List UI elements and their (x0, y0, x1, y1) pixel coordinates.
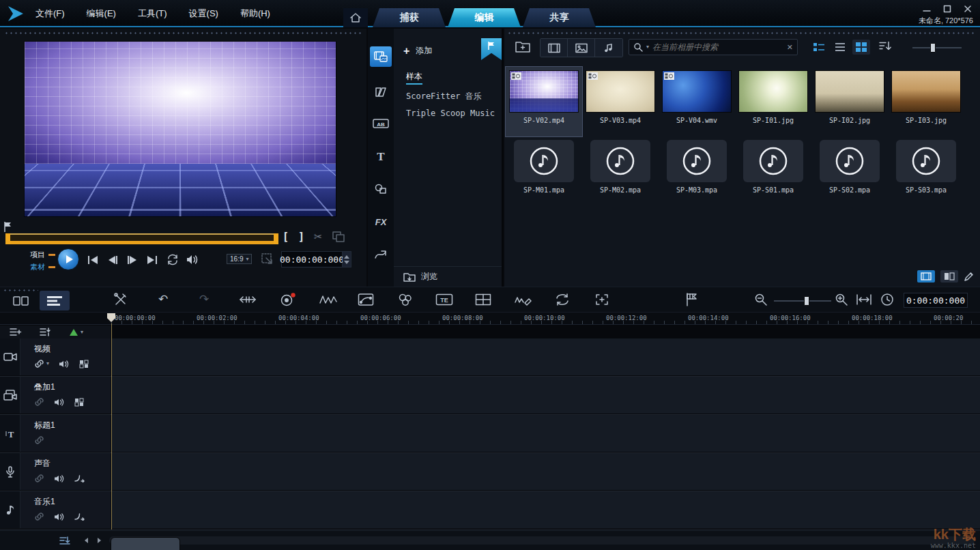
view-list-button[interactable] (831, 40, 849, 55)
audio-thumbnail[interactable] (820, 140, 880, 182)
timeline-horizontal-scrollbar[interactable] (109, 536, 975, 545)
scroll-right-button[interactable] (96, 537, 102, 544)
media-item[interactable]: SP-M02.mpa (582, 136, 659, 206)
nav-ab-transition-button[interactable]: AB (370, 113, 392, 134)
home-button[interactable] (343, 8, 368, 27)
insert-mode-button[interactable]: ▾ (70, 329, 83, 336)
minimize-button[interactable] (920, 3, 934, 14)
view-grid-button[interactable] (852, 40, 870, 55)
audio-thumbnail[interactable] (514, 140, 574, 182)
trim-handle-left[interactable] (5, 233, 10, 244)
go-to-start-button[interactable] (86, 255, 100, 265)
media-item[interactable]: SP-I01.jpg (735, 67, 811, 136)
timeline-ruler[interactable]: 00:00:00:00 00:00:02:00 00:00:04:00 00:0… (0, 313, 980, 325)
menu-settings[interactable]: 设置(S) (189, 8, 218, 20)
media-thumbnail[interactable] (586, 70, 655, 113)
previous-frame-button[interactable] (106, 255, 119, 265)
nav-media-button[interactable] (370, 46, 392, 67)
filter-audio-button[interactable] (595, 39, 622, 57)
mark-in-button[interactable]: [ (283, 231, 289, 243)
media-item[interactable]: SP-V04.wmv (659, 67, 735, 136)
fade-toggle[interactable] (74, 474, 85, 482)
library-pin-pennant[interactable] (481, 38, 502, 60)
media-thumbnail[interactable] (509, 70, 579, 113)
split-clip-scissors-button[interactable]: ✂ (314, 231, 323, 243)
title-track-icon[interactable]: T (0, 415, 20, 452)
clip-mode-button[interactable]: 素材 (30, 262, 45, 272)
split-screen-template-button[interactable] (475, 293, 491, 306)
overlay-track-icon[interactable] (0, 377, 20, 414)
music-track-header[interactable]: 音乐1 (20, 491, 111, 528)
tab-edit[interactable]: 编辑 (448, 8, 521, 27)
toolbar-timecode[interactable]: 0:00:00:000 (904, 293, 968, 308)
search-input[interactable] (652, 42, 783, 52)
track-transparency-toggle[interactable] (74, 398, 84, 407)
menu-file[interactable]: 文件(F) (35, 8, 65, 20)
media-thumbnail[interactable] (815, 70, 884, 113)
link-toggle[interactable] (34, 397, 44, 407)
close-button[interactable] (961, 3, 975, 14)
project-mode-button[interactable]: 项目 (30, 250, 45, 260)
chapter-flag-icon[interactable] (3, 221, 13, 233)
sound-mixer-button[interactable] (319, 293, 337, 306)
zoom-slider-thumb[interactable] (930, 43, 936, 53)
aspect-ratio-select[interactable]: 16:9 ▾ (227, 254, 252, 264)
sort-button[interactable] (878, 40, 892, 52)
track-lane[interactable] (111, 453, 980, 490)
media-item[interactable]: SP-S02.mpa (811, 136, 888, 206)
mute-toggle[interactable] (54, 398, 65, 407)
show-options-button[interactable] (940, 270, 958, 283)
tab-share[interactable]: 共享 (523, 8, 596, 27)
go-to-end-button[interactable] (145, 255, 159, 265)
mute-toggle[interactable] (54, 474, 65, 483)
nav-filter-fx-button[interactable]: FX (370, 212, 392, 232)
trim-handle-right[interactable] (274, 233, 278, 244)
media-thumbnail[interactable] (738, 70, 808, 113)
audio-thumbnail[interactable] (590, 140, 650, 182)
resize-preview-icon[interactable] (261, 252, 274, 266)
repeat-button[interactable] (166, 254, 179, 265)
zoom-in-button[interactable] (834, 293, 849, 306)
mute-toggle[interactable] (59, 360, 70, 368)
zoom-out-button[interactable] (753, 293, 768, 306)
media-thumbnail[interactable] (662, 70, 732, 113)
voice-track-header[interactable]: 声音 (20, 453, 111, 490)
nav-transitions-button[interactable] (370, 82, 392, 102)
volume-button[interactable] (186, 254, 199, 265)
next-frame-button[interactable] (126, 255, 139, 265)
timeline-zoom-slider[interactable] (774, 300, 831, 302)
audio-thumbnail[interactable] (896, 140, 956, 182)
media-item[interactable]: SP-S03.mpa (888, 136, 964, 206)
title-track-header[interactable]: 标题1 (20, 415, 111, 452)
enlarge-preview-icon[interactable] (332, 231, 345, 242)
trim-bar[interactable] (5, 233, 278, 244)
show-library-button[interactable] (917, 270, 935, 283)
fit-timeline-mini-button[interactable] (59, 536, 71, 546)
edit-pencil-button[interactable] (964, 271, 975, 282)
undo-button[interactable]: ↶ (158, 293, 168, 305)
filter-photo-button[interactable] (568, 39, 595, 57)
toolbar-drag-handle[interactable] (3, 289, 38, 291)
timeline-zoom-thumb[interactable] (804, 296, 809, 306)
mark-out-button[interactable]: ] (298, 231, 304, 243)
track-marker-button[interactable] (594, 293, 610, 306)
track-swap-button[interactable] (40, 327, 52, 337)
fit-project-button[interactable] (856, 293, 872, 306)
thumbnail-zoom-slider[interactable] (912, 47, 962, 48)
scrollbar-thumb[interactable] (111, 537, 180, 550)
audio-thumbnail[interactable] (667, 140, 727, 182)
audio-thumbnail[interactable] (743, 140, 803, 182)
tab-capture[interactable]: 捕获 (373, 8, 446, 27)
panel-drag-handle[interactable] (4, 32, 362, 34)
painting-creator-button[interactable] (397, 293, 414, 306)
project-duration-clock-button[interactable] (880, 293, 894, 306)
nav-motion-path-button[interactable] (370, 244, 392, 265)
mix-tools-button[interactable] (113, 293, 128, 306)
link-toggle[interactable] (34, 512, 44, 521)
media-item[interactable]: SP-M03.mpa (659, 136, 735, 206)
nav-title-button[interactable]: T (370, 146, 392, 167)
menu-edit[interactable]: 编辑(E) (87, 8, 116, 20)
video-track-header[interactable]: 视频 ▾ (20, 338, 111, 375)
redo-button[interactable]: ↷ (199, 293, 209, 305)
media-item[interactable]: SP-V02.mp4 (506, 67, 582, 136)
